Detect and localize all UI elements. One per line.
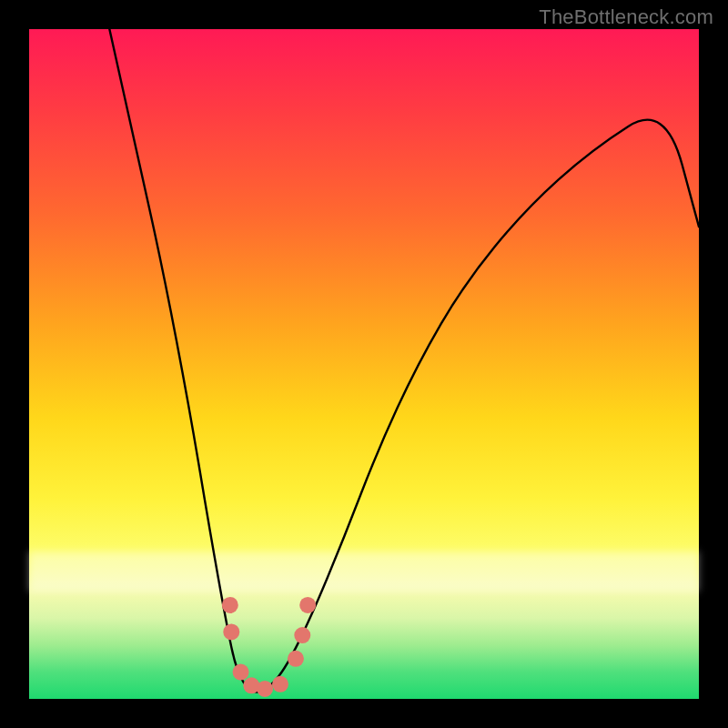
plot-area bbox=[29, 29, 699, 699]
chart-frame: TheBottleneck.com bbox=[0, 0, 728, 728]
marker-dot bbox=[272, 676, 288, 693]
curve-layer bbox=[29, 29, 699, 699]
bottleneck-curve bbox=[109, 29, 699, 693]
marker-dot bbox=[294, 627, 310, 643]
marker-dot bbox=[299, 597, 316, 613]
marker-dot bbox=[223, 623, 239, 640]
marker-group bbox=[222, 597, 316, 697]
marker-dot bbox=[222, 597, 238, 613]
marker-dot bbox=[257, 681, 273, 697]
watermark-text: TheBottleneck.com bbox=[539, 5, 713, 29]
marker-dot bbox=[288, 651, 304, 667]
marker-dot bbox=[233, 664, 249, 681]
